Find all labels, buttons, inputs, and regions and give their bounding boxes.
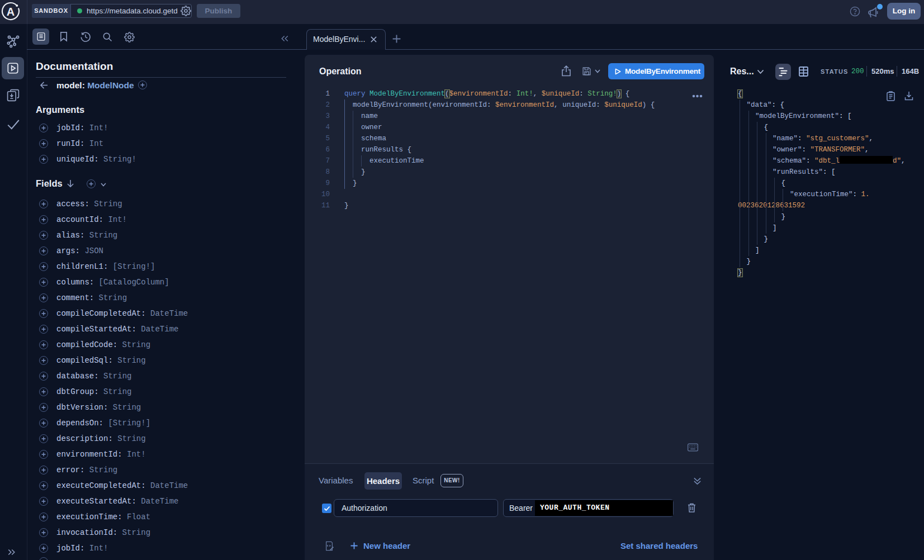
- svg-text:A: A: [7, 6, 15, 18]
